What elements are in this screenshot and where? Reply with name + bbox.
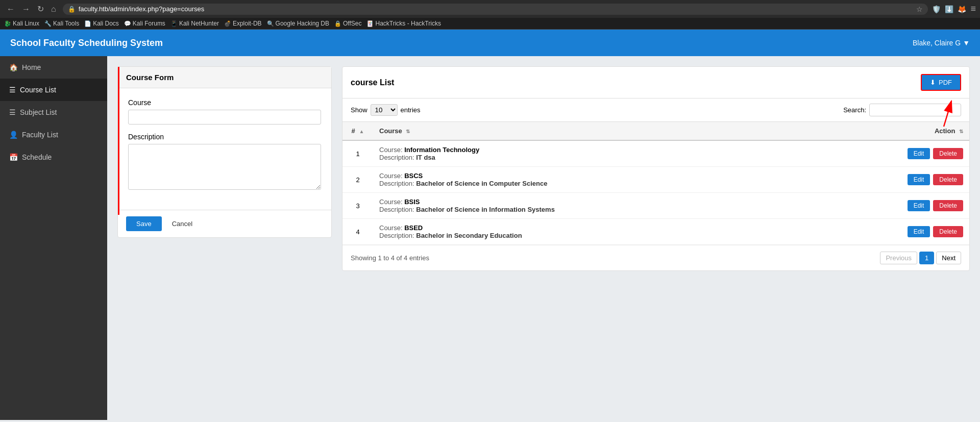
bookmark-kali-tools[interactable]: 🔧 Kali Tools xyxy=(44,20,79,27)
home-button[interactable]: ⌂ xyxy=(48,4,59,15)
row-actions: Edit Delete xyxy=(888,219,969,245)
course-list-panel: course List ⬇ PDF Show 10 25 50 100 entr… xyxy=(342,66,970,271)
main-content: Course Form Course Description Save Canc… xyxy=(107,56,980,420)
form-title: Course Form xyxy=(126,73,174,82)
previous-button[interactable]: Previous xyxy=(880,252,917,264)
entries-label: entries xyxy=(401,106,421,114)
sidebar-item-home[interactable]: 🏠 Home xyxy=(0,56,107,79)
page-1-button[interactable]: 1 xyxy=(919,252,934,264)
course-info-desc: Description: Bachelor in Secondary Educa… xyxy=(379,232,881,239)
delete-button-row-4[interactable]: Delete xyxy=(933,226,963,237)
description-field-group: Description xyxy=(128,133,321,191)
delete-button-row-3[interactable]: Delete xyxy=(933,200,963,211)
col-number: # ▲ xyxy=(342,122,373,141)
col-action: Action ⇅ xyxy=(888,122,969,141)
row-number: 2 xyxy=(342,167,373,193)
course-name-value: BSCS xyxy=(404,172,423,180)
course-input[interactable] xyxy=(128,110,321,125)
sidebar: 🏠 Home ☰ Course List ☰ Subject List 👤 Fa… xyxy=(0,56,107,420)
bookmark-kali-linux[interactable]: 🐉 Kali Linux xyxy=(4,20,39,27)
row-number: 3 xyxy=(342,193,373,219)
table-row: 4 Course: BSED Description: Bachelor in … xyxy=(342,219,969,245)
course-name-value: BSED xyxy=(404,224,423,232)
kali-nethunter-icon: 📱 xyxy=(170,20,178,27)
bookmark-kali-nethunter[interactable]: 📱 Kali NetHunter xyxy=(170,20,219,27)
download-pdf-icon: ⬇ xyxy=(930,79,936,86)
offsec-icon: 🔒 xyxy=(334,20,341,27)
refresh-button[interactable]: ↻ xyxy=(35,3,46,15)
edit-button-row-3[interactable]: Edit xyxy=(908,200,930,211)
extensions-icon[interactable]: 🛡️ xyxy=(932,5,941,13)
description-label: Description xyxy=(128,133,321,141)
table-body: 1 Course: Information Technology Descrip… xyxy=(342,140,969,245)
back-button[interactable]: ← xyxy=(4,4,17,15)
desc-value: IT dsa xyxy=(416,154,435,161)
course-info-name: Course: BSCS xyxy=(379,172,881,180)
save-button[interactable]: Save xyxy=(126,216,162,231)
user-menu[interactable]: Blake, Claire G ▼ xyxy=(913,39,970,47)
bookmark-kali-docs[interactable]: 📄 Kali Docs xyxy=(84,20,119,27)
sort-icon-action[interactable]: ⇅ xyxy=(959,129,963,134)
list-panel-header: course List ⬇ PDF xyxy=(342,67,969,98)
course-info-desc: Description: Bachelor of Science in Info… xyxy=(379,206,881,213)
download-icon[interactable]: ⬇️ xyxy=(945,5,953,13)
pdf-button-label: PDF xyxy=(939,79,952,86)
row-actions: Edit Delete xyxy=(888,193,969,219)
row-number: 4 xyxy=(342,219,373,245)
table-row: 1 Course: Information Technology Descrip… xyxy=(342,140,969,167)
description-input[interactable] xyxy=(128,144,321,190)
sidebar-item-subject-list[interactable]: ☰ Subject List xyxy=(0,101,107,123)
list-toolbar: Show 10 25 50 100 entries Search: xyxy=(342,98,969,121)
pdf-button[interactable]: ⬇ PDF xyxy=(921,74,961,91)
desc-value: Bachelor of Science in Computer Science xyxy=(416,180,547,187)
address-bar-input[interactable] xyxy=(79,5,914,13)
list-panel-title: course List xyxy=(351,78,394,87)
edit-button-row-2[interactable]: Edit xyxy=(908,174,930,185)
edit-button-row-4[interactable]: Edit xyxy=(908,226,930,237)
menu-icon[interactable]: ≡ xyxy=(970,4,976,14)
delete-button-row-1[interactable]: Delete xyxy=(933,148,963,159)
bookmark-kali-forums[interactable]: 💬 Kali Forums xyxy=(124,20,165,27)
course-prefix: Course: xyxy=(379,172,404,180)
profile-icon[interactable]: 🦊 xyxy=(958,5,966,13)
bookmark-offsec[interactable]: 🔒 OffSec xyxy=(334,20,361,27)
address-bar-container: 🔒 ☆ xyxy=(63,4,928,15)
user-name: Blake, Claire G xyxy=(913,39,961,47)
sidebar-item-schedule-label: Schedule xyxy=(22,153,52,161)
desc-value: Bachelor in Secondary Education xyxy=(416,232,522,239)
sort-icon-number[interactable]: ▲ xyxy=(359,129,364,134)
course-form-panel: Course Form Course Description Save Canc… xyxy=(117,66,332,238)
sidebar-item-home-label: Home xyxy=(22,63,41,71)
sidebar-item-schedule[interactable]: 📅 Schedule xyxy=(0,146,107,168)
row-number: 1 xyxy=(342,140,373,167)
course-info-desc: Description: Bachelor of Science in Comp… xyxy=(379,180,881,187)
form-panel-body: Course Description xyxy=(118,88,331,210)
browser-chrome: ← → ↻ ⌂ 🔒 ☆ 🛡️ ⬇️ 🦊 ≡ xyxy=(0,0,980,18)
delete-button-row-2[interactable]: Delete xyxy=(933,174,963,185)
bookmark-hacktricks[interactable]: 🃏 HackTricks - HackTricks xyxy=(366,20,440,27)
desc-prefix: Description: xyxy=(379,206,416,213)
user-dropdown-icon: ▼ xyxy=(963,39,970,47)
edit-button-row-1[interactable]: Edit xyxy=(908,148,930,159)
row-course-info: Course: BSCS Description: Bachelor of Sc… xyxy=(373,167,888,193)
app-header: School Faculty Scheduling System Blake, … xyxy=(0,30,980,56)
bookmark-exploit-db[interactable]: 💣 Exploit-DB xyxy=(224,20,262,27)
browser-right-icons: 🛡️ ⬇️ 🦊 ≡ xyxy=(932,4,976,14)
next-button[interactable]: Next xyxy=(936,252,961,264)
nav-buttons: ← → ↻ ⌂ xyxy=(4,3,59,15)
google-hacking-icon: 🔍 xyxy=(267,20,274,27)
entries-select[interactable]: 10 25 50 100 xyxy=(371,104,398,116)
kali-docs-icon: 📄 xyxy=(84,20,91,27)
search-input[interactable] xyxy=(869,104,961,116)
cancel-button[interactable]: Cancel xyxy=(167,216,198,231)
forward-button[interactable]: → xyxy=(19,4,33,15)
sort-icon-course[interactable]: ⇅ xyxy=(406,129,410,134)
faculty-list-icon: 👤 xyxy=(9,131,18,139)
row-course-info: Course: BSED Description: Bachelor in Se… xyxy=(373,219,888,245)
star-icon[interactable]: ☆ xyxy=(916,5,923,13)
sidebar-item-faculty-list[interactable]: 👤 Faculty List xyxy=(0,123,107,146)
sidebar-item-course-list[interactable]: ☰ Course List xyxy=(0,79,107,101)
kali-tools-icon: 🔧 xyxy=(44,20,52,27)
bookmark-google-hacking[interactable]: 🔍 Google Hacking DB xyxy=(267,20,329,27)
hacktricks-icon: 🃏 xyxy=(366,20,374,27)
